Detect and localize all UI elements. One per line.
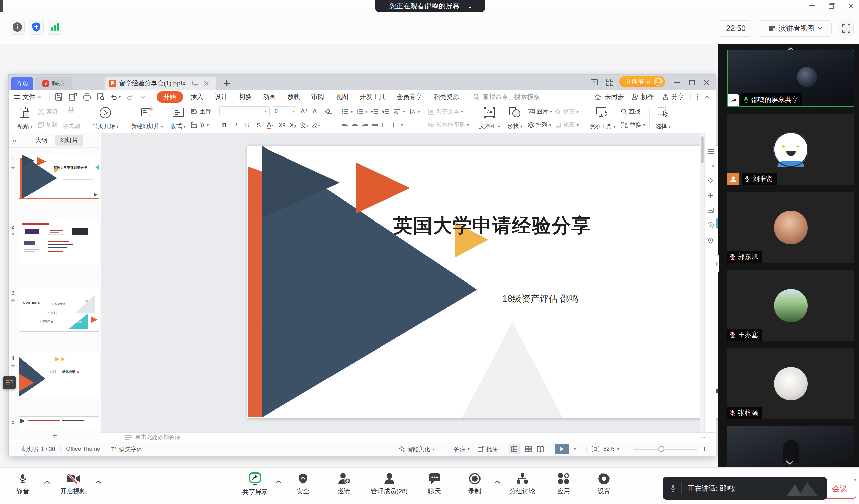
scrollbar-thumb[interactable] — [700, 137, 704, 163]
scroll-down-icon[interactable] — [785, 460, 794, 465]
notes-toggle-button[interactable]: 备注▾ — [446, 445, 470, 453]
bullets-button[interactable]: ▾ — [342, 106, 353, 117]
sync-status-button[interactable]: 未同步 — [594, 93, 624, 101]
shapes-button[interactable]: 形状 ▾ — [505, 106, 525, 131]
help-pane-icon[interactable]: ? — [708, 222, 714, 228]
banner-menu-icon[interactable] — [464, 3, 471, 9]
font-family-combo[interactable]: ▾ — [220, 106, 270, 116]
superscript-button[interactable]: X² — [276, 120, 287, 130]
menu-tab-member[interactable]: 会员专享 — [391, 92, 428, 102]
invite-button[interactable]: 邀请 — [337, 473, 351, 495]
decrease-indent-button[interactable] — [372, 106, 378, 117]
tab-slides[interactable]: 幻灯片 — [55, 135, 83, 146]
export-button[interactable] — [69, 93, 76, 100]
play-from-current-button[interactable]: 当页开始 ▾ — [90, 106, 121, 131]
character-spacing-button[interactable]: AB▾ — [393, 106, 405, 117]
wps-minimize-button[interactable] — [674, 82, 680, 83]
undo-button[interactable]: ▾ — [110, 94, 121, 100]
textbox-button[interactable]: A= 文本框 ▾ — [477, 106, 502, 131]
tab-pin-icon[interactable] — [192, 81, 198, 86]
animation-pane-icon[interactable] — [708, 163, 714, 169]
underline-button[interactable]: U — [242, 120, 252, 130]
participant-tile-5[interactable]: 张梓瀚 — [727, 348, 854, 419]
window-close-button[interactable] — [844, 1, 858, 11]
menu-tab-view[interactable]: 视图 — [330, 92, 354, 102]
picture-button[interactable]: 图片 ▾ — [528, 106, 552, 117]
paste-button[interactable]: 粘贴 ▾ — [15, 106, 34, 131]
record-options-chevron[interactable] — [494, 480, 501, 484]
menu-tab-insert[interactable]: 插入 — [185, 92, 209, 102]
slide-subtitle[interactable]: 18级资产评估 邵鸣 — [502, 293, 578, 304]
breakout-rooms-button[interactable]: 分组讨论 — [510, 473, 535, 495]
slide-title[interactable]: 英国大学申请经验分享 — [392, 213, 593, 239]
workspace-grid-icon[interactable] — [606, 79, 613, 86]
convert-smartart-button[interactable]: 转智能图形 ▾ — [428, 120, 469, 130]
increase-font-button[interactable]: A⁺ — [299, 106, 310, 116]
zoom-level[interactable]: 82% — [603, 446, 615, 452]
format-painter-button[interactable]: 格式刷 — [61, 106, 82, 131]
strikethrough-button[interactable]: S — [254, 120, 264, 130]
notes-placeholder[interactable]: 单击此处添加备注 — [135, 433, 181, 441]
missing-font-warning[interactable]: T? 缺失字体 — [111, 445, 142, 453]
start-video-button[interactable]: 开启视频 — [60, 473, 86, 495]
quickbar-more-icon[interactable] — [141, 95, 145, 98]
comments-button[interactable]: 批注 — [478, 445, 498, 453]
manage-members-button[interactable]: 管理成员(28) — [371, 473, 408, 495]
sidebar-collapse-handle[interactable]: ❮ — [714, 255, 719, 272]
font-color-button[interactable]: A▾ — [265, 120, 275, 130]
reset-slide-button[interactable]: 重置 — [191, 106, 211, 117]
menu-tab-animation[interactable]: 动画 — [257, 92, 282, 102]
select-button[interactable]: 选择 ▾ — [654, 106, 673, 131]
zoom-out-button[interactable]: − — [624, 444, 629, 454]
mute-button[interactable]: 静音 — [16, 473, 29, 495]
menu-tab-docer-res[interactable]: 稻壳资源 — [428, 92, 465, 102]
redo-button[interactable] — [126, 94, 134, 100]
video-options-chevron[interactable] — [95, 480, 102, 484]
copy-button[interactable]: 复制 — [38, 120, 57, 130]
menu-tab-transition[interactable]: 切换 — [233, 92, 257, 102]
collapse-panel-button[interactable]: « — [13, 137, 17, 144]
notes-more-icon[interactable]: ⋯ — [699, 433, 706, 441]
print-preview-button[interactable] — [97, 93, 105, 100]
window-minimize-button[interactable] — [805, 1, 819, 11]
tab-close-icon[interactable] — [204, 81, 209, 86]
presentation-tools-button[interactable]: 演示工具 ▾ — [587, 106, 618, 131]
wps-close-button[interactable] — [704, 80, 709, 85]
file-menu[interactable]: 文件 — [9, 92, 47, 102]
layout-pane-icon[interactable] — [708, 193, 713, 199]
slide-thumbnail-5[interactable] — [19, 416, 99, 430]
paragraph-spacing-button[interactable]: ▾ — [392, 120, 403, 130]
window-restore-button[interactable] — [825, 1, 840, 11]
slideshow-button[interactable] — [555, 444, 569, 454]
outline-float-button[interactable] — [3, 376, 16, 389]
fill-button[interactable]: 填充 ▾ — [555, 106, 579, 117]
align-text-button[interactable]: 对齐文本 ▾ — [428, 106, 469, 117]
share-button[interactable]: 分享 — [662, 93, 684, 101]
normal-view-button[interactable] — [509, 444, 520, 454]
single-window-icon[interactable]: 1 — [590, 79, 599, 86]
save-button[interactable] — [55, 93, 62, 100]
participant-tile-2[interactable]: ✦ ✦ 刘唯贤 — [727, 114, 854, 185]
chat-button[interactable]: 聊天 — [428, 473, 441, 495]
zoom-in-button[interactable]: + — [702, 444, 707, 454]
subscript-button[interactable]: X₂ — [288, 120, 298, 130]
section-button[interactable]: 节 ▾ — [191, 120, 211, 130]
slide-thumbnail-3[interactable]: CONTENTS ★ 标化成绩 ★ 软实力 ★ 申请学校 01 02 — [19, 286, 99, 332]
collaborate-button[interactable]: 协作 — [632, 93, 654, 101]
participant-tile-3[interactable]: 郭东旭 — [727, 192, 854, 263]
wps-tab-docer[interactable]: 稻壳 — [35, 77, 72, 90]
meeting-info-button[interactable] — [10, 20, 25, 34]
text-direction-button[interactable]: A▾ — [409, 106, 420, 117]
mute-options-chevron[interactable] — [44, 480, 50, 484]
find-button[interactable]: 查找 — [621, 106, 645, 117]
align-left-button[interactable] — [342, 120, 348, 130]
zoom-caret[interactable]: ▾ — [617, 447, 619, 451]
slide-canvas[interactable]: 英国大学申请经验分享 18级资产评估 邵鸣 — [101, 133, 700, 432]
meeting-security-status-button[interactable] — [29, 20, 44, 34]
menu-tab-review[interactable]: 审阅 — [306, 92, 330, 102]
command-search[interactable]: 查找命令、搜索模板 — [473, 93, 540, 101]
smart-beautify-button[interactable]: 智能美化▴ — [398, 445, 435, 453]
clear-format-button[interactable] — [323, 106, 333, 116]
decrease-font-button[interactable]: A⁻ — [312, 106, 321, 116]
fit-slide-icon[interactable] — [592, 446, 599, 452]
